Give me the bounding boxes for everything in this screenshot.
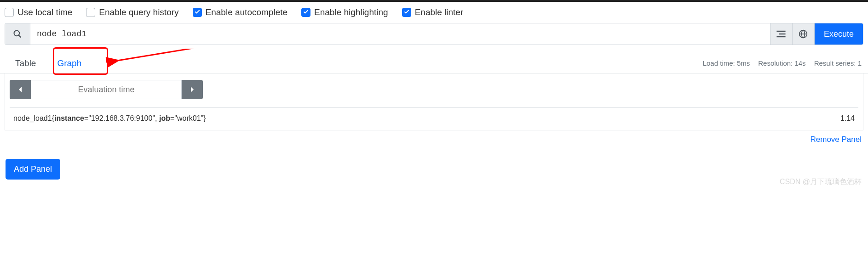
resolution-text: Resolution: 14s — [758, 59, 805, 67]
remove-panel-link[interactable]: Remove Panel — [810, 135, 862, 144]
checkbox-icon — [193, 8, 202, 17]
checkbox-enable-highlighting[interactable]: Enable highlighting — [301, 7, 388, 17]
checkbox-icon — [5, 8, 14, 17]
options-row: Use local time Enable query history Enab… — [0, 2, 868, 23]
result-series-text: Result series: 1 — [814, 59, 862, 67]
globe-button[interactable] — [792, 23, 814, 45]
checkbox-enable-autocomplete[interactable]: Enable autocomplete — [193, 7, 288, 17]
tab-graph[interactable]: Graph — [46, 53, 92, 73]
watermark-text: CSDN @月下琉璃色酒杯 — [780, 177, 862, 187]
eval-time-bar — [10, 80, 203, 99]
checkbox-icon — [86, 8, 95, 17]
result-value: 1.14 — [840, 114, 855, 123]
tabs-row: Table Graph Load time: 5ms Resolution: 1… — [0, 49, 868, 73]
checkbox-label: Enable linter — [415, 7, 464, 17]
svg-rect-2 — [777, 31, 786, 32]
query-input[interactable] — [30, 23, 770, 45]
svg-point-0 — [14, 31, 20, 36]
checkbox-use-local-time[interactable]: Use local time — [5, 7, 72, 17]
prev-time-button[interactable] — [10, 80, 31, 99]
svg-rect-4 — [777, 36, 786, 37]
status-info: Load time: 5ms Resolution: 14s Result se… — [703, 59, 863, 67]
result-row: node_load1{instance="192.168.3.76:9100",… — [10, 107, 858, 124]
remove-panel-row: Remove Panel — [0, 130, 868, 149]
load-time-text: Load time: 5ms — [703, 59, 750, 67]
eval-time-input[interactable] — [31, 80, 182, 99]
execute-button[interactable]: Execute — [814, 23, 863, 45]
checkbox-enable-history[interactable]: Enable query history — [86, 7, 178, 17]
search-icon — [5, 23, 30, 45]
checkbox-label: Enable highlighting — [314, 7, 388, 17]
checkbox-icon — [301, 8, 310, 17]
add-panel-button[interactable]: Add Panel — [6, 159, 60, 180]
query-bar: Execute — [5, 23, 863, 45]
next-time-button[interactable] — [182, 80, 203, 99]
checkbox-label: Use local time — [17, 7, 72, 17]
svg-line-1 — [19, 35, 21, 38]
checkbox-label: Enable autocomplete — [206, 7, 288, 17]
checkbox-enable-linter[interactable]: Enable linter — [402, 7, 464, 17]
format-button[interactable] — [770, 23, 792, 45]
tab-table[interactable]: Table — [5, 53, 46, 73]
checkbox-label: Enable query history — [99, 7, 178, 17]
checkbox-icon — [402, 8, 411, 17]
result-metric-label: node_load1{instance="192.168.3.76:9100",… — [13, 114, 206, 123]
svg-rect-3 — [779, 34, 786, 34]
panel-body: node_load1{instance="192.168.3.76:9100",… — [5, 73, 863, 130]
